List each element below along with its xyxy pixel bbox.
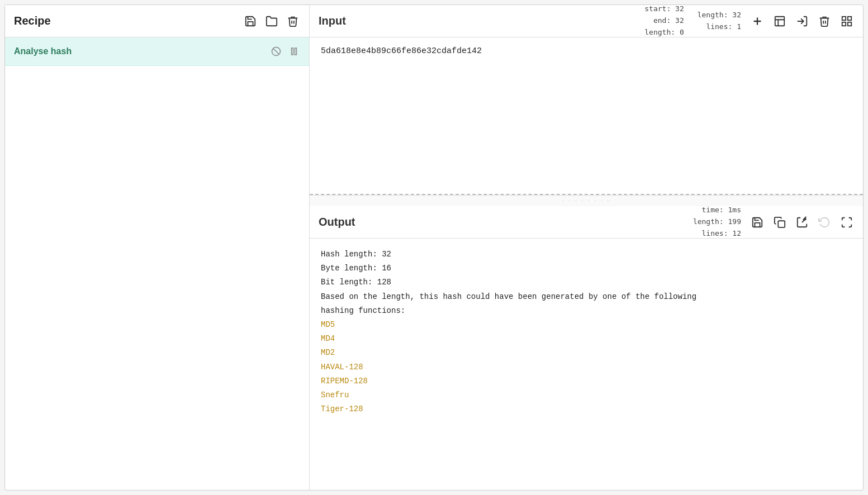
input-add-button[interactable] <box>750 14 765 28</box>
recipe-item-label: Analyse hash <box>14 46 270 56</box>
output-line: Tiger-128 <box>321 402 852 416</box>
sidebar-toolbar <box>243 14 300 28</box>
sidebar-header: Recipe <box>5 5 309 37</box>
output-section: Output time: 1ms length: 199 lines: 12 <box>310 206 863 490</box>
recipe-item-actions <box>270 45 300 58</box>
output-copy-button[interactable] <box>772 215 787 230</box>
output-line: Byte length: 16 <box>321 261 852 275</box>
input-total-meta: length: 32 lines: 1 <box>698 9 741 33</box>
output-line: MD4 <box>321 332 852 346</box>
svg-rect-3 <box>295 48 297 55</box>
svg-rect-6 <box>775 16 785 26</box>
svg-rect-10 <box>842 16 846 20</box>
svg-rect-11 <box>848 16 851 20</box>
input-header: Input start: 32 end: 32 length: 0 length… <box>310 5 863 37</box>
delete-recipe-button[interactable] <box>286 14 300 28</box>
output-length: length: 199 <box>693 216 741 228</box>
svg-rect-2 <box>292 48 293 55</box>
open-recipe-button[interactable] <box>264 14 279 28</box>
input-lines: lines: 1 <box>698 21 741 33</box>
input-section: Input start: 32 end: 32 length: 0 length… <box>310 5 863 195</box>
input-import-button[interactable] <box>795 14 809 28</box>
output-fullscreen-button[interactable] <box>839 215 854 230</box>
output-line: MD2 <box>321 346 852 360</box>
output-toolbar <box>750 215 854 230</box>
input-content-area[interactable]: 5da618e8e4b89c66fe86e32cdafde142 <box>310 37 863 194</box>
output-line: hashing functions: <box>321 304 852 318</box>
output-line: Hash length: 32 <box>321 248 852 261</box>
input-selection-meta: start: 32 end: 32 length: 0 <box>644 5 684 39</box>
sidebar-title: Recipe <box>14 15 243 27</box>
output-line: Snefru <box>321 388 852 402</box>
input-delete-button[interactable] <box>817 14 832 28</box>
right-panel: Input start: 32 end: 32 length: 0 length… <box>310 5 863 490</box>
svg-rect-14 <box>778 221 785 227</box>
input-meta: start: 32 end: 32 length: 0 length: 32 l… <box>644 5 741 39</box>
output-save-button[interactable] <box>750 215 765 230</box>
sidebar: Recipe <box>5 5 310 490</box>
input-value: 5da618e8e4b89c66fe86e32cdafde142 <box>321 46 482 56</box>
output-line: MD5 <box>321 318 852 332</box>
input-grid-button[interactable] <box>839 14 854 28</box>
input-end: end: 32 <box>644 15 684 27</box>
input-length-sel: length: 0 <box>644 27 684 39</box>
input-title: Input <box>319 15 644 27</box>
output-export-button[interactable] <box>795 215 809 230</box>
output-title: Output <box>319 216 693 229</box>
output-lines: lines: 12 <box>693 228 741 240</box>
input-toolbar <box>750 14 854 28</box>
output-line: Bit length: 128 <box>321 275 852 289</box>
save-recipe-button[interactable] <box>243 14 258 28</box>
recipe-item-analyse-hash[interactable]: Analyse hash <box>5 37 309 66</box>
output-line: Based on the length, this hash could hav… <box>321 290 852 304</box>
pause-item-button[interactable] <box>288 45 300 58</box>
output-line: HAVAL-128 <box>321 360 852 374</box>
output-line: RIPEMD-128 <box>321 374 852 388</box>
output-meta: time: 1ms length: 199 lines: 12 <box>693 206 741 240</box>
output-time: time: 1ms <box>693 206 741 216</box>
input-length-total: length: 32 <box>698 9 741 21</box>
output-content-area: Hash length: 32Byte length: 16Bit length… <box>310 239 863 490</box>
input-start: start: 32 <box>644 5 684 15</box>
output-undo-button[interactable] <box>817 215 832 230</box>
svg-rect-12 <box>842 22 846 25</box>
input-open-button[interactable] <box>772 14 787 28</box>
output-header: Output time: 1ms length: 199 lines: 12 <box>310 206 863 239</box>
svg-line-1 <box>273 49 279 55</box>
svg-rect-13 <box>848 22 851 25</box>
resize-handle[interactable]: · · · · · · · · <box>310 195 863 206</box>
disable-item-button[interactable] <box>270 45 282 58</box>
